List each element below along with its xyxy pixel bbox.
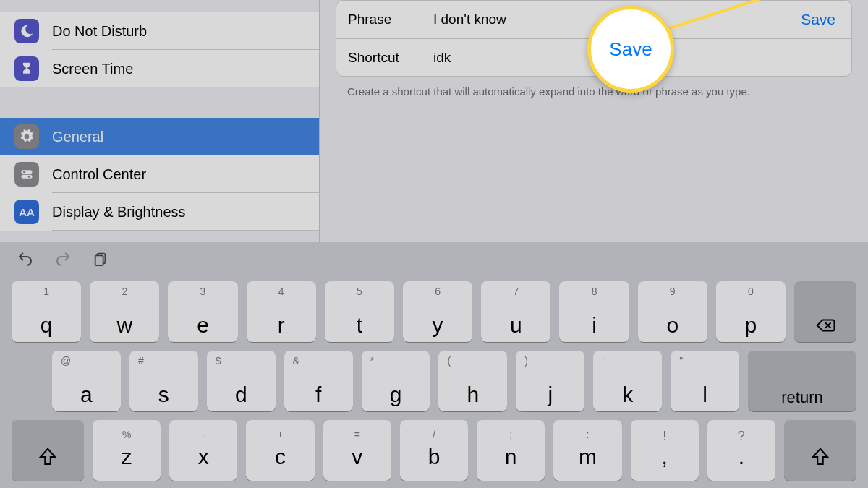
sidebar-item-label: Control Center — [52, 166, 146, 183]
shortcut-label: Shortcut — [348, 50, 433, 66]
svg-point-2 — [23, 171, 25, 173]
svg-rect-0 — [22, 170, 33, 174]
key-backspace[interactable] — [794, 281, 856, 342]
onscreen-keyboard: 1q 2w 3e 4r 5t 6y 7u 8i 9o 0p @a #s $d &… — [0, 242, 868, 488]
key-k[interactable]: 'k — [593, 351, 662, 411]
key-c[interactable]: +c — [246, 420, 314, 481]
settings-sidebar: Do Not Disturb Screen Time General Contr… — [0, 0, 320, 242]
key-g[interactable]: *g — [362, 351, 430, 411]
key-z[interactable]: %z — [93, 420, 161, 481]
keyboard-row-3: %z -x +c =v /b ;n :m !, ?. — [0, 420, 868, 481]
key-period[interactable]: ?. — [707, 420, 775, 481]
key-n[interactable]: ;n — [477, 420, 545, 481]
phrase-value[interactable]: I don't know — [433, 12, 506, 27]
key-return[interactable]: return — [748, 351, 856, 411]
key-j[interactable]: )j — [516, 351, 584, 411]
svg-rect-5 — [95, 255, 103, 265]
key-w[interactable]: 2w — [90, 281, 159, 342]
save-highlight-circle: Save — [587, 6, 674, 93]
key-x[interactable]: -x — [169, 420, 237, 481]
key-e[interactable]: 3e — [168, 281, 237, 342]
text-size-icon: AA — [14, 200, 39, 224]
sidebar-item-display-brightness[interactable]: AA Display & Brightness — [0, 193, 319, 231]
shortcut-value[interactable]: idk — [433, 50, 451, 66]
key-q[interactable]: 1q — [12, 281, 81, 342]
key-v[interactable]: =v — [323, 420, 391, 481]
key-u[interactable]: 7u — [481, 281, 550, 342]
key-r[interactable]: 4r — [247, 281, 316, 342]
keyboard-toolbar — [0, 242, 868, 275]
undo-icon[interactable] — [16, 249, 35, 268]
sidebar-item-screen-time[interactable]: Screen Time — [0, 50, 319, 87]
phrase-label: Phrase — [348, 12, 433, 27]
key-i[interactable]: 8i — [559, 281, 629, 342]
hourglass-icon — [14, 56, 39, 81]
svg-point-3 — [28, 176, 30, 178]
keyboard-row-1: 1q 2w 3e 4r 5t 6y 7u 8i 9o 0p — [0, 281, 868, 342]
sidebar-item-control-center[interactable]: Control Center — [0, 155, 319, 193]
gear-icon — [14, 124, 39, 149]
key-b[interactable]: /b — [400, 420, 468, 481]
key-a[interactable]: @a — [52, 351, 121, 411]
key-o[interactable]: 9o — [638, 281, 707, 342]
helper-text: Create a shortcut that will automaticall… — [347, 85, 852, 98]
key-l[interactable]: "l — [671, 351, 739, 411]
key-t[interactable]: 5t — [325, 281, 394, 342]
sidebar-item-label: Screen Time — [52, 61, 133, 77]
key-f[interactable]: &f — [284, 351, 353, 411]
key-s[interactable]: #s — [129, 351, 198, 411]
key-y[interactable]: 6y — [403, 281, 472, 342]
key-h[interactable]: (h — [438, 351, 507, 411]
key-d[interactable]: $d — [207, 351, 276, 411]
toggle-icon — [14, 162, 39, 187]
key-shift-right[interactable] — [784, 420, 856, 481]
section-divider — [0, 87, 319, 118]
sidebar-item-general[interactable]: General — [0, 118, 319, 155]
save-button[interactable]: Save — [801, 11, 835, 28]
sidebar-item-label: Do Not Disturb — [52, 23, 147, 40]
sidebar-item-do-not-disturb[interactable]: Do Not Disturb — [0, 12, 319, 50]
svg-rect-1 — [22, 175, 33, 179]
highlight-label: Save — [609, 38, 652, 61]
row-spacer — [0, 0, 319, 12]
key-p[interactable]: 0p — [716, 281, 786, 342]
redo-icon[interactable] — [54, 249, 72, 268]
clipboard-icon[interactable] — [91, 249, 110, 268]
key-shift-left[interactable] — [12, 420, 84, 481]
key-comma[interactable]: !, — [631, 420, 699, 481]
sidebar-item-label: General — [52, 129, 103, 145]
key-m[interactable]: :m — [553, 420, 621, 481]
sidebar-item-label: Display & Brightness — [52, 204, 186, 221]
keyboard-row-2: @a #s $d &f *g (h )j 'k "l return — [0, 351, 868, 411]
moon-icon — [14, 19, 39, 43]
